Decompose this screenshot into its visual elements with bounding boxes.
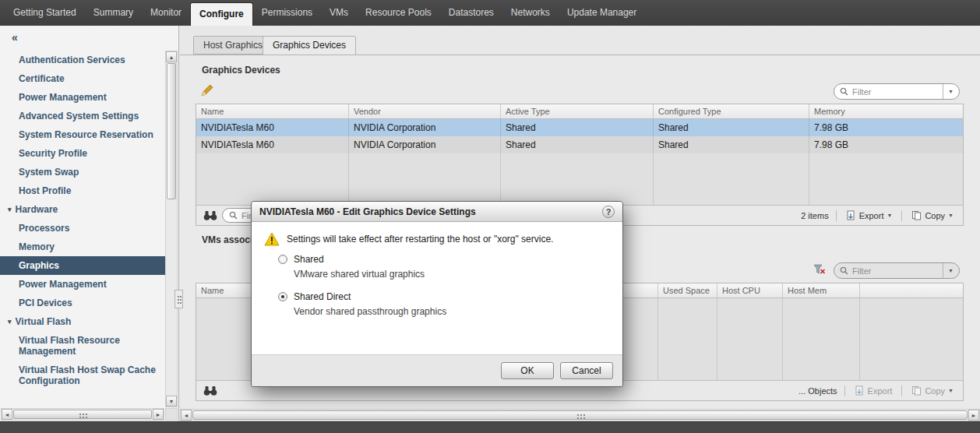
sidebar-item-power-management-hw[interactable]: Power Management — [0, 275, 166, 294]
section-title: Graphics Devices — [202, 65, 280, 76]
warning-icon — [264, 232, 280, 246]
tab-vms[interactable]: VMs — [321, 0, 357, 26]
copy-button[interactable]: Copy ▼ — [909, 384, 956, 397]
copy-icon — [911, 210, 922, 220]
tab-monitor[interactable]: Monitor — [142, 0, 190, 26]
sidebar-item-security-profile[interactable]: Security Profile — [0, 144, 166, 163]
filter-dropdown-icon[interactable]: ▼ — [943, 84, 956, 99]
column-header-memory[interactable]: Memory — [809, 104, 963, 118]
table-row[interactable]: NVIDIATesla M60 NVIDIA Corporation Share… — [196, 136, 963, 153]
scroll-down-icon[interactable]: ▼ — [166, 396, 177, 407]
tab-configure[interactable]: Configure — [190, 2, 253, 26]
column-header-blank — [860, 283, 963, 297]
pencil-icon — [201, 84, 213, 97]
settings-nav-list: Authentication Services Certificate Powe… — [0, 51, 166, 390]
clear-filter-icon — [813, 264, 826, 275]
vsphere-client-window: Getting Started Summary Monitor Configur… — [0, 0, 980, 433]
edit-graphics-device-button[interactable] — [201, 84, 218, 100]
tab-datastores[interactable]: Datastores — [440, 0, 502, 26]
panel-splitter-grip[interactable] — [174, 290, 183, 308]
items-count: 2 items — [801, 211, 828, 220]
sidebar-item-processors[interactable]: Processors — [0, 219, 166, 238]
scroll-right-icon[interactable]: ► — [968, 410, 979, 421]
sidebar-hscroll-thumb[interactable] — [13, 410, 152, 419]
sidebar-item-virtual-flash-host-swap-cache-configuration[interactable]: Virtual Flash Host Swap Cache Configurat… — [0, 361, 166, 390]
sidebar-item-system-resource-reservation[interactable]: System Resource Reservation — [0, 125, 166, 144]
option-label: Shared Direct — [294, 291, 446, 302]
sidebar-horizontal-scrollbar[interactable]: ◄ ► — [1, 408, 164, 421]
tab-permissions[interactable]: Permissions — [253, 0, 321, 26]
column-header-host-cpu[interactable]: Host CPU — [717, 283, 783, 297]
radio-shared-direct[interactable] — [278, 292, 287, 301]
tab-resource-pools[interactable]: Resource Pools — [357, 0, 440, 26]
export-button[interactable]: Export — [852, 384, 895, 397]
sidebar-item-pci-devices[interactable]: PCI Devices — [0, 294, 166, 312]
table-row[interactable]: NVIDIATesla M60 NVIDIA Corporation Share… — [196, 119, 963, 136]
column-header-active-type[interactable]: Active Type — [501, 104, 654, 118]
sidebar-vertical-scrollbar[interactable]: ▲ ▼ — [165, 51, 178, 407]
dropdown-icon: ▼ — [948, 388, 954, 393]
chevron-down-icon: ▾ — [8, 318, 12, 326]
sidebar-item-power-management[interactable]: Power Management — [0, 88, 166, 107]
tab-update-manager[interactable]: Update Manager — [559, 0, 645, 26]
scrollbar-corner — [165, 408, 178, 421]
empty-table-area — [196, 153, 963, 205]
sidebar-item-memory[interactable]: Memory — [0, 238, 166, 256]
help-button[interactable]: ? — [602, 206, 615, 218]
sidebar-group-virtual-flash[interactable]: ▾Virtual Flash — [0, 312, 166, 331]
filter-dropdown-icon[interactable]: ▼ — [943, 263, 956, 278]
vms-filter-input[interactable]: Filter ▼ — [834, 262, 960, 279]
clear-filter-button[interactable] — [813, 264, 826, 277]
devices-filter-input[interactable]: Filter ▼ — [834, 83, 960, 100]
sidebar-item-graphics[interactable]: Graphics — [0, 256, 166, 275]
find-binoculars-icon[interactable] — [203, 385, 217, 396]
column-header-used-space[interactable]: Used Space — [658, 283, 717, 297]
copy-button[interactable]: Copy ▼ — [909, 209, 956, 222]
dropdown-icon: ▼ — [887, 213, 892, 218]
option-shared[interactable]: Shared VMware shared virtual graphics — [278, 254, 425, 280]
objects-count: ... Objects — [798, 386, 837, 396]
sidebar-group-hardware[interactable]: ▾Hardware — [0, 200, 166, 219]
filter-placeholder: Filter — [852, 87, 943, 97]
scroll-grip-icon — [83, 414, 84, 415]
sidebar-collapse-icon[interactable]: « — [12, 31, 18, 44]
edit-graphics-device-dialog: NVIDIATesla M60 - Edit Graphics Device S… — [251, 201, 623, 387]
scroll-up-icon[interactable]: ▲ — [166, 51, 177, 62]
devices-table-header: Name Vendor Active Type Configured Type … — [196, 104, 963, 119]
column-header-name[interactable]: Name — [196, 104, 349, 118]
sidebar-vscroll-thumb[interactable] — [167, 63, 176, 199]
subtab-graphics-devices[interactable]: Graphics Devices — [263, 36, 356, 55]
tab-summary[interactable]: Summary — [85, 0, 142, 26]
copy-icon — [911, 385, 922, 396]
ok-button[interactable]: OK — [501, 362, 554, 379]
column-header-host-mem[interactable]: Host Mem — [783, 283, 860, 297]
content-hscroll-thumb[interactable] — [192, 410, 968, 420]
option-label: Shared — [294, 254, 425, 265]
window-bottom-edge — [0, 421, 980, 433]
sidebar-item-system-swap[interactable]: System Swap — [0, 163, 166, 181]
sidebar-item-advanced-system-settings[interactable]: Advanced System Settings — [0, 107, 166, 125]
export-icon — [846, 210, 856, 220]
search-icon — [840, 266, 848, 275]
sidebar-item-authentication-services[interactable]: Authentication Services — [0, 51, 166, 69]
sidebar-item-certificate[interactable]: Certificate — [0, 69, 166, 88]
content-horizontal-scrollbar[interactable]: ◄ ► — [180, 409, 980, 421]
find-binoculars-icon[interactable] — [203, 210, 217, 221]
chevron-down-icon: ▾ — [8, 206, 12, 213]
option-shared-direct[interactable]: Shared Direct Vendor shared passthrough … — [278, 291, 446, 317]
subtab-host-graphics[interactable]: Host Graphics — [193, 36, 273, 55]
column-header-configured-type[interactable]: Configured Type — [654, 104, 809, 118]
radio-shared[interactable] — [278, 255, 287, 264]
column-header-vendor[interactable]: Vendor — [349, 104, 501, 118]
tab-networks[interactable]: Networks — [502, 0, 559, 26]
sidebar-item-virtual-flash-resource-management[interactable]: Virtual Flash Resource Management — [0, 331, 166, 361]
scroll-left-icon[interactable]: ◄ — [2, 409, 12, 420]
scroll-right-icon[interactable]: ► — [153, 409, 164, 420]
cancel-button[interactable]: Cancel — [560, 362, 613, 379]
dialog-titlebar[interactable]: NVIDIATesla M60 - Edit Graphics Device S… — [252, 202, 622, 222]
settings-sidebar: « Authentication Services Certificate Po… — [0, 26, 179, 421]
tab-getting-started[interactable]: Getting Started — [5, 0, 85, 26]
export-button[interactable]: Export ▼ — [844, 209, 895, 222]
scroll-left-icon[interactable]: ◄ — [181, 410, 192, 421]
sidebar-item-host-profile[interactable]: Host Profile — [0, 181, 166, 200]
